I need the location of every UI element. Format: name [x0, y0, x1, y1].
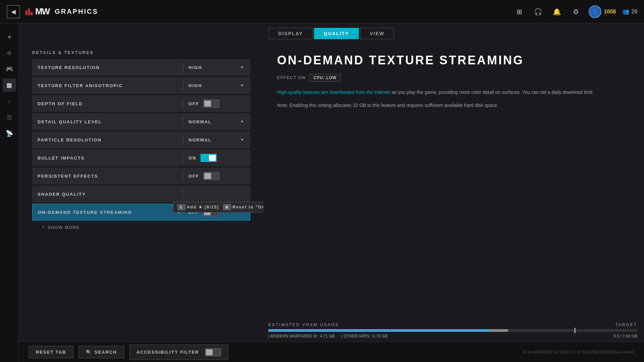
- friends-icon[interactable]: 👥 29: [623, 8, 637, 15]
- vram-target-line: [575, 328, 575, 333]
- depth-of-field-toggle[interactable]: [203, 100, 219, 108]
- setting-row-bullet-impacts[interactable]: BULLET IMPACTS ON: [32, 149, 250, 166]
- bottom-bar: RESET TAB 🔍 SEARCH ACCESSIBILITY FILTER …: [19, 342, 644, 362]
- player-info[interactable]: 👤 1008: [589, 5, 616, 18]
- sidebar-item-favorites[interactable]: ★: [3, 30, 16, 44]
- logo-bars: [25, 8, 33, 15]
- sidebar-item-accessibility[interactable]: 📡: [3, 127, 16, 140]
- toggle-knob: [204, 101, 211, 107]
- notification-icon[interactable]: 🔔: [551, 6, 563, 18]
- setting-value-texture-resolution[interactable]: HIGH ▼: [183, 65, 250, 70]
- logo-text: MW: [35, 6, 49, 17]
- texture-filter-value: HIGH: [189, 83, 202, 88]
- bullet-impacts-toggle[interactable]: [201, 154, 217, 162]
- effect-row: EFFECT ON CPU: LOW: [277, 74, 631, 82]
- setting-value-particle-resolution[interactable]: NORMAL ▼: [183, 137, 250, 142]
- setting-row-detail-quality[interactable]: DETAIL QUALITY LEVEL NORMAL ▼: [32, 113, 250, 130]
- sidebar: ★ ⊕ 🎮 ▦ ♪ ☰ 📡: [0, 23, 19, 362]
- logo-bar-3: [31, 12, 33, 15]
- chevron-icon: ▼: [240, 119, 245, 124]
- setting-value-persistent-effects[interactable]: OFF: [183, 172, 250, 180]
- desc-text-cont: as you play the game, providing more col…: [390, 89, 594, 95]
- settings-icon[interactable]: ⚙: [570, 6, 582, 18]
- grid-icon[interactable]: ⊞: [514, 6, 526, 18]
- effect-badge: CPU: LOW: [309, 74, 341, 82]
- persistent-effects-toggle[interactable]: [203, 172, 219, 180]
- reset-tab-button[interactable]: RESET TAB: [29, 346, 73, 358]
- sidebar-item-controller[interactable]: 🎮: [3, 62, 16, 76]
- sidebar-item-account[interactable]: ☰: [3, 111, 16, 124]
- setting-value-depth-of-field[interactable]: OFF: [183, 100, 250, 108]
- tab-quality[interactable]: QUALITY: [314, 28, 359, 39]
- setting-row-texture-filter[interactable]: TEXTURE FILTER ANISOTROPIC HIGH ▼: [32, 77, 250, 94]
- accessibility-filter-toggle[interactable]: [205, 348, 221, 356]
- show-more-label[interactable]: SHOW MORE: [48, 225, 80, 230]
- toggle-knob: [204, 173, 211, 179]
- key-b: B: [223, 204, 231, 210]
- setting-name-bullet-impacts: BULLET IMPACTS: [32, 156, 183, 161]
- vram-target-label: TARGET: [615, 322, 637, 327]
- vram-bar: [268, 329, 637, 332]
- setting-row-shader-quality[interactable]: SHADER QUALITY C Add ★ [8/15] B Reset to…: [32, 186, 250, 202]
- sidebar-item-audio[interactable]: ♪: [3, 95, 16, 108]
- section-title: DETAILS & TEXTURES: [32, 50, 250, 55]
- sidebar-item-graphics[interactable]: ▦: [3, 78, 16, 92]
- headset-icon[interactable]: 🎧: [532, 6, 544, 18]
- topbar-right: ⊞ 🎧 🔔 ⚙ 👤 1008 👥 29: [514, 5, 637, 18]
- vram-section: ESTIMATED VRAM USAGE TARGET | MODERN WAR…: [268, 322, 637, 339]
- divider: [183, 189, 183, 199]
- tab-view[interactable]: VIEW: [360, 28, 394, 39]
- page-title: GRAPHICS: [55, 8, 98, 15]
- accessibility-filter-label: ACCESSIBILITY FILTER: [137, 350, 199, 355]
- texture-resolution-value: HIGH: [189, 65, 202, 70]
- shader-tooltip: C Add ★ [8/15] B Reset to "On": [173, 202, 264, 213]
- search-icon: 🔍: [86, 350, 92, 355]
- setting-name-persistent-effects: PERSISTENT EFFECTS: [32, 174, 183, 179]
- settings-panel: DETAILS & TEXTURES TEXTURE RESOLUTION HI…: [19, 44, 264, 362]
- setting-row-texture-resolution[interactable]: TEXTURE RESOLUTION HIGH ▼: [32, 59, 250, 76]
- accessibility-filter-wrap[interactable]: ACCESSIBILITY FILTER: [129, 345, 228, 360]
- friends-icon-symbol: 👥: [623, 8, 629, 15]
- particle-resolution-value: NORMAL: [189, 137, 212, 142]
- toggle-knob: [209, 155, 216, 161]
- persistent-effects-value: OFF: [189, 174, 199, 179]
- vram-total: 5.5 / 7.83 GB: [613, 334, 637, 339]
- vram-header: ESTIMATED VRAM USAGE TARGET: [268, 322, 637, 327]
- setting-value-texture-filter[interactable]: HIGH ▼: [183, 83, 250, 88]
- vram-mw-label: | MODERN WARFARE® III : 4.71 GB: [268, 334, 335, 339]
- description-panel: ON-DEMAND TEXTURE STREAMING EFFECT ON CP…: [264, 44, 644, 362]
- sidebar-item-fps[interactable]: ⊕: [3, 46, 16, 60]
- setting-name-texture-filter: TEXTURE FILTER ANISOTROPIC: [32, 83, 183, 88]
- setting-row-persistent-effects[interactable]: PERSISTENT EFFECTS OFF: [32, 168, 250, 184]
- description-title: ON-DEMAND TEXTURE STREAMING: [277, 54, 631, 67]
- vram-labels: | MODERN WARFARE® III : 4.71 GB | OTHER …: [268, 334, 637, 339]
- depth-of-field-value: OFF: [189, 101, 199, 106]
- chevron-icon: ▼: [240, 137, 245, 142]
- search-label: SEARCH: [95, 350, 117, 355]
- show-more-row[interactable]: └ SHOW MORE: [32, 222, 250, 233]
- player-coins: 1008: [604, 9, 616, 15]
- back-button[interactable]: ◀: [7, 5, 20, 18]
- setting-name-depth-of-field: DEPTH OF FIELD: [32, 101, 183, 106]
- setting-row-particle-resolution[interactable]: PARTICLE RESOLUTION NORMAL ▼: [32, 131, 250, 148]
- tabs-area: DISPLAY QUALITY VIEW: [19, 23, 644, 44]
- logo-bar-2: [28, 8, 30, 15]
- player-avatar: 👤: [589, 5, 601, 18]
- vram-other-label: | OTHER APPS : 0.79 GB: [341, 334, 387, 339]
- bullet-impacts-value: ON: [189, 156, 197, 161]
- key-c: C: [177, 204, 185, 210]
- tooltip-add-label: Add ★ [8/15]: [187, 205, 219, 209]
- friends-count: 29: [631, 9, 637, 15]
- show-more-arrow: └: [42, 225, 45, 230]
- search-button[interactable]: 🔍 SEARCH: [79, 346, 124, 358]
- logo-bar-1: [25, 10, 27, 15]
- main-content: DETAILS & TEXTURES TEXTURE RESOLUTION HI…: [19, 44, 644, 362]
- setting-value-detail-quality[interactable]: NORMAL ▼: [183, 119, 250, 124]
- logo: MW: [25, 6, 49, 17]
- tab-display[interactable]: DISPLAY: [269, 28, 313, 39]
- setting-value-bullet-impacts[interactable]: ON: [183, 154, 250, 162]
- setting-row-depth-of-field[interactable]: DEPTH OF FIELD OFF: [32, 95, 250, 112]
- vram-other-bar: [490, 329, 508, 332]
- toggle-knob: [206, 349, 213, 355]
- topbar: ◀ MW GRAPHICS ⊞ 🎧 🔔 ⚙ 👤 1008 👥 29: [0, 0, 644, 23]
